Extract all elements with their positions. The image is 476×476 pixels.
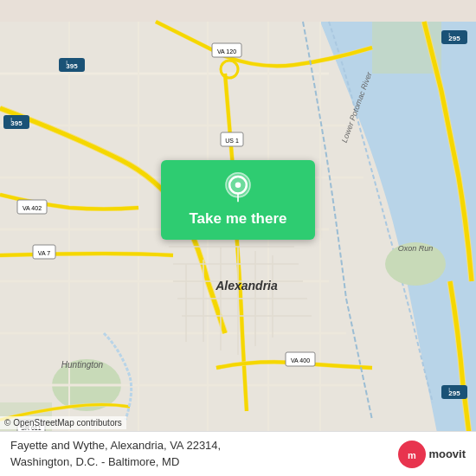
take-me-there-button[interactable]: Take me there <box>161 160 315 240</box>
osm-attribution: © OpenStreetMap contributors <box>0 416 126 429</box>
svg-text:Alexandria: Alexandria <box>215 279 278 293</box>
svg-text:VA 120: VA 120 <box>217 48 236 55</box>
address-text: Fayette and Wythe, Alexandria, VA 22314,… <box>10 438 389 469</box>
take-me-there-label: Take me there <box>189 210 286 228</box>
svg-text:US 1: US 1 <box>225 138 239 144</box>
svg-text:VA 402: VA 402 <box>23 205 42 211</box>
moovit-text: moovit <box>428 447 466 460</box>
svg-text:Oxon Run: Oxon Run <box>398 244 434 253</box>
svg-text:295: 295 <box>448 35 460 42</box>
moovit-logo: m moovit <box>398 441 466 468</box>
svg-text:VA 7: VA 7 <box>38 250 50 256</box>
svg-text:395: 395 <box>10 119 23 127</box>
svg-text:295: 295 <box>448 389 460 397</box>
svg-text:395: 395 <box>66 62 78 70</box>
moovit-icon: m <box>398 441 426 468</box>
svg-text:Huntington: Huntington <box>61 360 104 370</box>
map-container: 395 I 395 I 295 I 295 I VA 120 VA 402 VA… <box>0 0 476 476</box>
svg-point-60 <box>235 182 241 188</box>
location-pin-icon <box>222 172 254 203</box>
svg-text:m: m <box>408 450 416 460</box>
moovit-logo-icon: m <box>402 445 421 464</box>
svg-text:VA 400: VA 400 <box>291 357 310 363</box>
bottom-bar: Fayette and Wythe, Alexandria, VA 22314,… <box>0 431 476 476</box>
